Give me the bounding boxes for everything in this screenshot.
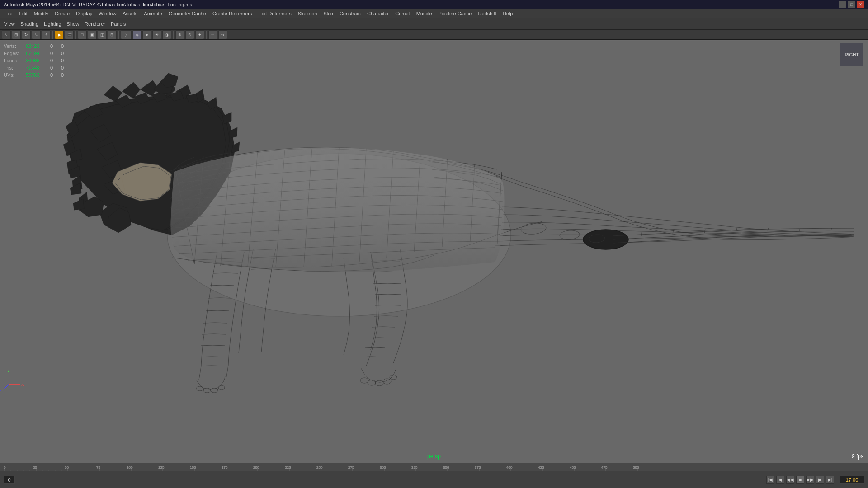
minimize-button[interactable]: – [839, 1, 846, 8]
svg-text:50: 50 [65, 465, 69, 469]
stat-tris-col2: 0 [50, 64, 59, 71]
stat-edges-col2: 0 [50, 50, 59, 57]
menu-edit-deformers[interactable]: Edit Deformers [255, 10, 294, 17]
toolbar-separator-5 [206, 31, 207, 39]
play-button[interactable]: ▶▶ [806, 476, 814, 484]
menu-pipeline-cache[interactable]: Pipeline Cache [436, 10, 475, 17]
lion-wireframe: X Y Z [0, 41, 868, 463]
svg-text:300: 300 [380, 465, 386, 469]
stop-button[interactable]: ■ [796, 476, 804, 484]
stat-uvs-value: 55763 [26, 71, 48, 79]
menu-modify[interactable]: Modify [31, 10, 51, 17]
svg-text:375: 375 [475, 465, 481, 469]
menu-display[interactable]: Display [73, 10, 95, 17]
menu-character[interactable]: Character [364, 10, 392, 17]
svg-text:175: 175 [222, 465, 228, 469]
svg-text:125: 125 [158, 465, 165, 469]
menu-skin[interactable]: Skin [321, 10, 335, 17]
stat-uvs-col2: 0 [50, 71, 59, 79]
view-cube-label: RIGHT [844, 52, 859, 57]
menu-redshift[interactable]: Redshift [476, 10, 499, 17]
title-bar: Autodesk Maya 2014 x64: D:\EVERYDAY 4\To… [0, 0, 868, 9]
current-frame-display[interactable]: 0 [4, 476, 15, 484]
view-cube[interactable]: RIGHT [840, 43, 863, 66]
next-frame-button[interactable]: ▶ [816, 476, 824, 484]
menu-constrain[interactable]: Constrain [337, 10, 363, 17]
tb-wire2[interactable]: ◈ [132, 30, 142, 39]
tb-light2[interactable]: ◑ [162, 30, 171, 39]
stat-verts-col2: 0 [50, 42, 59, 50]
stat-verts-col3: 0 [61, 42, 70, 50]
tb-rotate[interactable]: ↻ [22, 30, 31, 39]
stat-uvs-col3: 0 [61, 71, 70, 79]
tb-snap3[interactable]: ✦ [195, 30, 204, 39]
frame-time-display[interactable]: 17.00 [840, 476, 864, 484]
tb-scale[interactable]: ⤡ [32, 30, 41, 39]
viewport[interactable]: Verts: 62423 0 0 Edges: 87194 0 0 Faces:… [0, 41, 868, 463]
tb-display3[interactable]: ◫ [98, 30, 107, 39]
tb-snap1[interactable]: ⊕ [175, 30, 184, 39]
menu-comet[interactable]: Comet [392, 10, 412, 17]
toolbar-separator-1 [52, 31, 53, 39]
toolbar: View Shading Lighting Show Renderer Pane… [0, 18, 868, 30]
play-reverse-button[interactable]: ◀◀ [786, 476, 794, 484]
svg-text:475: 475 [601, 465, 608, 469]
stat-faces-label: Faces: [4, 57, 24, 64]
tb-move[interactable]: ⊞ [12, 30, 21, 39]
tb-snap[interactable]: ⌖ [42, 30, 51, 39]
toolbar-show[interactable]: Show [65, 21, 82, 27]
stat-edges-value: 87194 [26, 50, 48, 57]
tb-redo[interactable]: ↪ [218, 30, 227, 39]
menu-skeleton[interactable]: Skeleton [295, 10, 320, 17]
svg-text:200: 200 [253, 465, 259, 469]
menu-assets[interactable]: Assets [120, 10, 140, 17]
stat-tris-col3: 0 [61, 64, 70, 71]
svg-text:225: 225 [285, 465, 291, 469]
close-button[interactable]: ✕ [857, 1, 864, 8]
menu-window[interactable]: Window [96, 10, 119, 17]
toolbar-separator-4 [173, 31, 174, 39]
menu-create[interactable]: Create [52, 10, 72, 17]
toolbar-panels[interactable]: Panels [108, 21, 128, 27]
timeline-ruler[interactable]: 0 25 50 75 100 125 150 175 200 225 250 2… [0, 463, 868, 471]
tb-wire3[interactable]: ● [142, 30, 151, 39]
menu-edit[interactable]: Edit [16, 10, 30, 17]
tb-render2[interactable]: 🎬 [65, 30, 74, 39]
toolbar-shading[interactable]: Shading [18, 21, 41, 27]
stat-tris-label: Tris: [4, 64, 24, 71]
stats-overlay: Verts: 62423 0 0 Edges: 87194 0 0 Faces:… [4, 42, 70, 79]
toolbar-lighting[interactable]: Lighting [42, 21, 64, 27]
timeline-controls: 0 |◀ ◀ ◀◀ ■ ▶▶ ▶ ▶| 17.00 [0, 471, 868, 488]
camera-label: persp [427, 453, 441, 460]
tb-grid[interactable]: ⊞ [108, 30, 117, 39]
svg-text:75: 75 [96, 465, 100, 469]
svg-text:150: 150 [190, 465, 196, 469]
go-to-start-button[interactable]: |◀ [766, 476, 774, 484]
svg-text:100: 100 [127, 465, 133, 469]
tb-wire1[interactable]: ▷ [121, 30, 132, 39]
menu-create-deformers[interactable]: Create Deformers [210, 10, 255, 17]
tb-select[interactable]: ↖ [2, 30, 11, 39]
svg-text:0: 0 [4, 465, 6, 469]
menu-help[interactable]: Help [500, 10, 516, 17]
menu-animate[interactable]: Animate [141, 10, 165, 17]
menu-geometry-cache[interactable]: Geometry Cache [166, 10, 209, 17]
toolbar-renderer[interactable]: Renderer [82, 21, 108, 27]
title-bar-controls: – □ ✕ [839, 1, 864, 8]
stat-tris-value: 71548 [26, 64, 48, 71]
tb-display2[interactable]: ▣ [88, 30, 97, 39]
tb-snap2[interactable]: ⊙ [185, 30, 194, 39]
svg-text:Z: Z [0, 389, 1, 393]
go-to-end-button[interactable]: ▶| [826, 476, 834, 484]
prev-frame-button[interactable]: ◀ [776, 476, 784, 484]
menu-file[interactable]: File [2, 10, 15, 17]
tb-undo[interactable]: ↩ [208, 30, 217, 39]
maximize-button[interactable]: □ [848, 1, 855, 8]
toolbar-view[interactable]: View [2, 21, 17, 27]
tb-display1[interactable]: □ [78, 30, 87, 39]
menu-muscle[interactable]: Muscle [414, 10, 435, 17]
tb-render[interactable]: ▶ [55, 30, 64, 39]
tb-light1[interactable]: ☀ [152, 30, 161, 39]
stat-verts-label: Verts: [4, 42, 24, 50]
svg-text:350: 350 [443, 465, 449, 469]
